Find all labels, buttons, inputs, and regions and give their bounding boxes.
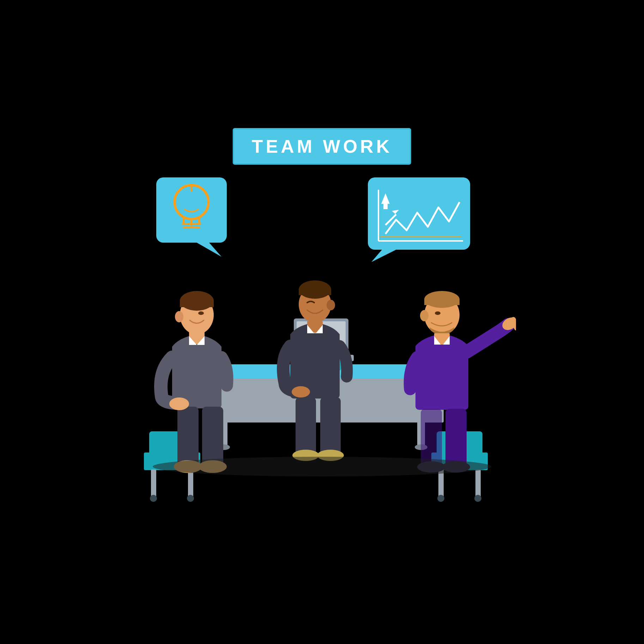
svg-point-53 (175, 311, 183, 322)
svg-rect-71 (320, 397, 341, 455)
svg-marker-1 (197, 243, 221, 257)
svg-point-35 (150, 495, 157, 502)
svg-point-62 (169, 397, 189, 410)
svg-point-54 (198, 311, 204, 315)
svg-point-74 (292, 386, 310, 397)
svg-point-66 (327, 300, 335, 310)
bubble-right (368, 177, 470, 262)
svg-rect-32 (167, 441, 177, 461)
illustration-svg (128, 156, 516, 509)
svg-rect-17 (383, 202, 388, 209)
svg-rect-65 (299, 289, 331, 295)
svg-rect-86 (445, 409, 467, 467)
svg-marker-10 (371, 250, 396, 262)
svg-rect-34 (188, 469, 193, 498)
scene: TEAM WORK (0, 0, 644, 644)
bubble-left (156, 177, 227, 257)
svg-rect-59 (202, 407, 223, 467)
svg-rect-70 (296, 397, 316, 455)
person-right (410, 291, 516, 473)
teamwork-banner: TEAM WORK (233, 128, 411, 165)
svg-rect-33 (151, 469, 156, 498)
svg-rect-37 (144, 452, 150, 470)
svg-rect-77 (424, 299, 460, 305)
person-center (283, 280, 347, 461)
svg-point-47 (474, 495, 481, 502)
svg-rect-85 (421, 409, 442, 467)
svg-rect-58 (177, 407, 199, 467)
content: TEAM WORK (128, 128, 516, 516)
banner-text: TEAM WORK (252, 136, 392, 157)
svg-point-36 (187, 495, 194, 502)
svg-point-78 (420, 310, 429, 321)
svg-point-79 (435, 311, 441, 315)
svg-rect-45 (475, 469, 481, 498)
svg-point-89 (153, 457, 491, 476)
svg-point-46 (437, 495, 444, 502)
svg-rect-52 (180, 300, 214, 307)
